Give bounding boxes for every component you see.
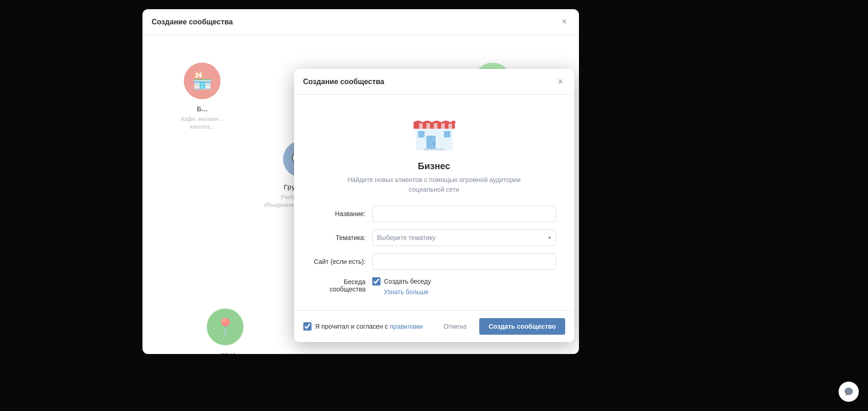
agreement-text[interactable]: Я прочитал и согласен с правилами — [315, 323, 423, 330]
theme-label: Тематика: — [312, 234, 372, 241]
theme-dropdown-value: Выберите тематику — [377, 234, 436, 241]
create-community-form: Название: Тематика: Выберите тематику ▾ — [312, 206, 556, 299]
create-community-modal: Создание сообщества × — [294, 69, 574, 342]
svg-rect-11 — [424, 148, 445, 150]
name-input[interactable] — [372, 206, 556, 222]
business-description: Найдите новых клиентов с помощью огромно… — [347, 175, 522, 194]
agree-checkbox[interactable] — [303, 322, 312, 331]
cancel-button[interactable]: Отмена — [436, 318, 474, 335]
chat-field-row: Беседа сообщества Создать беседу Узнать … — [312, 277, 556, 296]
modal-title: Создание сообщества — [303, 78, 385, 86]
business-heading: Бизнес — [418, 161, 450, 171]
create-community-button[interactable]: Создать сообщество — [479, 318, 565, 335]
chat-content: Создать беседу Узнать больше — [372, 277, 431, 296]
theme-dropdown[interactable]: Выберите тематику ▾ — [372, 229, 556, 246]
modal-backdrop: Создание сообщества × — [0, 0, 868, 411]
modal-footer: Я прочитал и согласен с правилами Отмена… — [294, 310, 574, 342]
theme-field-row: Тематика: Выберите тематику ▾ — [312, 229, 556, 246]
agreement-prefix: Я прочитал и согласен с — [315, 323, 390, 330]
svg-rect-8 — [441, 123, 445, 129]
chevron-down-icon: ▾ — [548, 234, 551, 241]
site-input[interactable] — [372, 253, 556, 270]
modal-header: Создание сообщества × — [294, 69, 574, 95]
create-chat-label[interactable]: Создать беседу — [384, 278, 431, 285]
name-label: Название: — [312, 210, 372, 217]
store-illustration — [409, 106, 460, 152]
chat-widget-icon — [844, 387, 854, 397]
rules-link[interactable]: правилами — [390, 323, 423, 330]
svg-rect-6 — [426, 123, 430, 129]
learn-more-link[interactable]: Узнать больше — [372, 288, 431, 296]
chat-widget[interactable] — [839, 382, 859, 402]
svg-rect-3 — [444, 131, 450, 137]
svg-rect-2 — [418, 131, 425, 137]
create-chat-checkbox-row: Создать беседу — [372, 277, 431, 285]
site-label: Сайт (если есть): — [312, 258, 372, 265]
create-chat-checkbox[interactable] — [372, 277, 380, 285]
chat-label: Беседа сообщества — [312, 277, 372, 293]
modal-body: Бизнес Найдите новых клиентов с помощью … — [294, 95, 574, 310]
agreement-row: Я прочитал и согласен с правилами — [303, 322, 431, 331]
modal-close-button[interactable]: × — [554, 75, 567, 88]
site-field-row: Сайт (если есть): — [312, 253, 556, 270]
svg-point-10 — [433, 143, 435, 145]
theme-select-wrapper: Выберите тематику ▾ — [372, 229, 556, 246]
name-field-row: Название: — [312, 206, 556, 222]
svg-rect-7 — [434, 123, 437, 129]
svg-rect-5 — [419, 123, 423, 129]
